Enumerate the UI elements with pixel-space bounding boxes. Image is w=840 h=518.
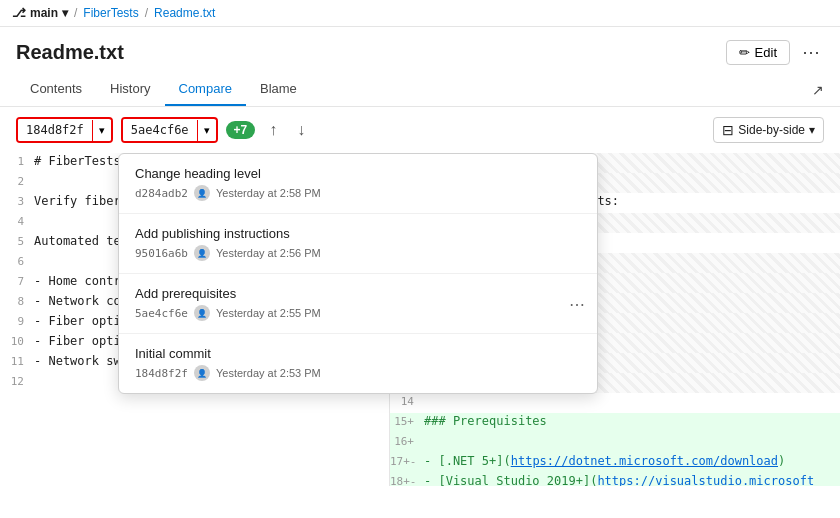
commit-title-1: Change heading level <box>135 166 581 181</box>
breadcrumb-sep2: / <box>145 6 148 20</box>
tabs-list: Contents History Compare Blame <box>16 73 311 106</box>
breadcrumb-file[interactable]: Readme.txt <box>154 6 215 20</box>
breadcrumb-folder[interactable]: FiberTests <box>83 6 138 20</box>
expand-button[interactable]: ↗ <box>812 82 824 98</box>
breadcrumb-bar: ⎇ main ▾ / FiberTests / Readme.txt <box>0 0 840 27</box>
right-line-15: 15+ ### Prerequisites <box>390 413 840 433</box>
tab-blame[interactable]: Blame <box>246 73 311 106</box>
edit-button[interactable]: ✏ Edit <box>726 40 790 65</box>
commit2-value: 5ae4cf6e <box>123 119 197 141</box>
commit-hash-1: d284adb2 <box>135 187 188 200</box>
commit-title-2: Add publishing instructions <box>135 226 581 241</box>
commit-select-2[interactable]: 5ae4cf6e ▾ <box>121 117 218 143</box>
branch-name: main <box>30 6 58 20</box>
commit-select-1[interactable]: 184d8f2f ▾ <box>16 117 113 143</box>
avatar-2: 👤 <box>194 245 210 261</box>
page-title: Readme.txt <box>16 41 124 64</box>
right-line-17: 17+- - [.NET 5+](https://dotnet.microsof… <box>390 453 840 473</box>
right-line-16: 16+ <box>390 433 840 453</box>
commit-hash-4: 184d8f2f <box>135 367 188 380</box>
header-actions: ✏ Edit ⋯ <box>726 37 824 67</box>
commit-dropdown-panel: Change heading level d284adb2 👤 Yesterda… <box>118 153 598 394</box>
tab-history[interactable]: History <box>96 73 164 106</box>
more-button[interactable]: ⋯ <box>798 37 824 67</box>
item-more-button-3[interactable]: ⋯ <box>569 294 585 313</box>
avatar-3: 👤 <box>194 305 210 321</box>
commit-meta-4: 184d8f2f 👤 Yesterday at 2:53 PM <box>135 365 581 381</box>
side-by-side-icon: ⊟ <box>722 122 734 138</box>
commit-time-4: Yesterday at 2:53 PM <box>216 367 321 379</box>
dropdown-item-1[interactable]: Change heading level d284adb2 👤 Yesterda… <box>119 154 597 214</box>
toolbar: 184d8f2f ▾ 5ae4cf6e ▾ +7 ↑ ↓ ⊟ Side-by-s… <box>0 107 840 153</box>
chevron-down-icon: ▾ <box>62 6 68 20</box>
right-line-14: 14 <box>390 393 840 413</box>
commit-meta-2: 95016a6b 👤 Yesterday at 2:56 PM <box>135 245 581 261</box>
tabs-bar: Contents History Compare Blame ↗ <box>0 73 840 107</box>
page-header: Readme.txt ✏ Edit ⋯ <box>0 27 840 73</box>
view-label: Side-by-side <box>738 123 805 137</box>
tab-contents[interactable]: Contents <box>16 73 96 106</box>
diff-badge: +7 <box>226 121 256 139</box>
breadcrumb-sep1: / <box>74 6 77 20</box>
commit-title-3: Add prerequisites <box>135 286 581 301</box>
commit-hash-3: 5ae4cf6e <box>135 307 188 320</box>
avatar-1: 👤 <box>194 185 210 201</box>
nav-down-button[interactable]: ↓ <box>291 117 311 143</box>
dropdown-item-3[interactable]: Add prerequisites 5ae4cf6e 👤 Yesterday a… <box>119 274 597 334</box>
commit1-dropdown[interactable]: ▾ <box>92 120 111 141</box>
dropdown-item-2[interactable]: Add publishing instructions 95016a6b 👤 Y… <box>119 214 597 274</box>
dropdown-item-4[interactable]: Initial commit 184d8f2f 👤 Yesterday at 2… <box>119 334 597 393</box>
diff-area: 1 # FiberTests 2 3 Verify fiber 4 5 Auto… <box>0 153 840 486</box>
pencil-icon: ✏ <box>739 45 750 60</box>
tab-compare[interactable]: Compare <box>165 73 246 106</box>
view-chevron-icon: ▾ <box>809 123 815 137</box>
view-select[interactable]: ⊟ Side-by-side ▾ <box>713 117 824 143</box>
commit-hash-2: 95016a6b <box>135 247 188 260</box>
commit-title-4: Initial commit <box>135 346 581 361</box>
commit2-dropdown[interactable]: ▾ <box>197 120 216 141</box>
commit-time-2: Yesterday at 2:56 PM <box>216 247 321 259</box>
commit-meta-3: 5ae4cf6e 👤 Yesterday at 2:55 PM <box>135 305 581 321</box>
git-branch-icon: ⎇ <box>12 6 26 20</box>
right-line-18: 18+- - [Visual Studio 2019+](https://vis… <box>390 473 840 486</box>
branch-button[interactable]: ⎇ main ▾ <box>12 6 68 20</box>
avatar-4: 👤 <box>194 365 210 381</box>
commit-meta-1: d284adb2 👤 Yesterday at 2:58 PM <box>135 185 581 201</box>
commit-time-1: Yesterday at 2:58 PM <box>216 187 321 199</box>
commit1-value: 184d8f2f <box>18 119 92 141</box>
nav-up-button[interactable]: ↑ <box>263 117 283 143</box>
commit-time-3: Yesterday at 2:55 PM <box>216 307 321 319</box>
